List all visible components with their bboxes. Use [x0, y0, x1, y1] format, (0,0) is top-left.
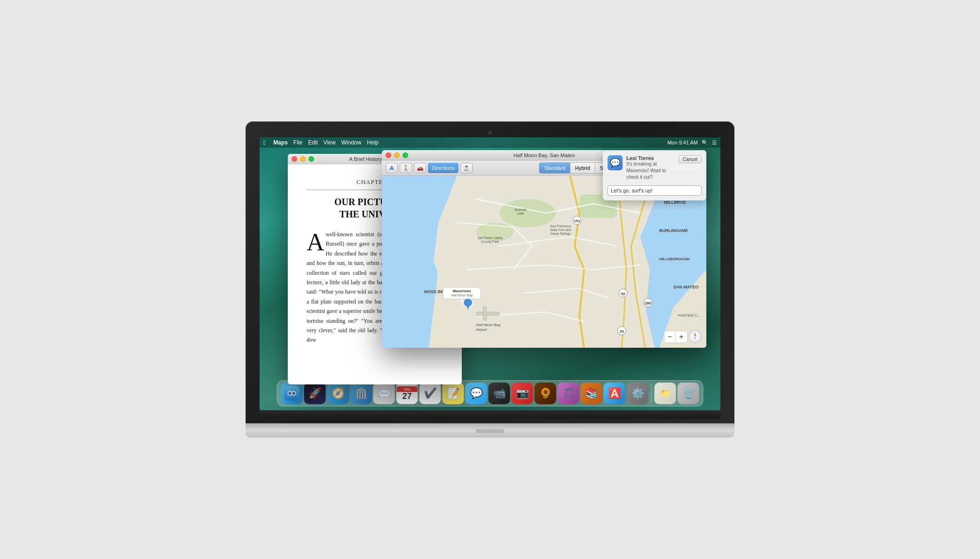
- menubar-right: Mon 9:41 AM 🔍 ☰: [667, 140, 717, 146]
- dock-icon-messages[interactable]: 💬: [466, 383, 487, 404]
- svg-text:Half Moon Bay: Half Moon Bay: [451, 294, 473, 297]
- dock-icon-finder[interactable]: [281, 383, 303, 404]
- macbook-body: [245, 427, 735, 438]
- svg-text:FOSTER C...: FOSTER C...: [678, 313, 700, 318]
- svg-text:Half Moon Bay: Half Moon Bay: [476, 323, 500, 327]
- bottom-bezel: [260, 410, 720, 419]
- map-area: 101 92 35 280: [382, 176, 706, 348]
- dock-icon-itunes[interactable]: 🎵: [558, 383, 579, 404]
- dock-icon-safari[interactable]: 🧭: [327, 383, 349, 404]
- menubar-menu-file[interactable]: File: [293, 139, 302, 146]
- apple-logo-icon[interactable]: : [263, 139, 266, 146]
- svg-text:State Fish and: State Fish and: [550, 228, 571, 232]
- maps-standard-tab[interactable]: Standard: [539, 163, 570, 173]
- directions-button[interactable]: Directions: [428, 163, 458, 173]
- svg-text:Mavericks: Mavericks: [453, 289, 471, 293]
- dock-icon-mail[interactable]: ✉️: [373, 383, 395, 404]
- maps-hybrid-tab[interactable]: Hybrid: [570, 163, 595, 173]
- svg-rect-18: [483, 306, 487, 320]
- svg-text:SAN MATEO: SAN MATEO: [673, 285, 698, 289]
- svg-text:San Francisco: San Francisco: [550, 224, 571, 228]
- screen-bezel:  Maps File Edit View Window Help Mon 9:…: [245, 121, 735, 423]
- dock-icon-ibooks[interactable]: 📚: [581, 383, 602, 404]
- dock-icon-reminders[interactable]: ✔️: [419, 383, 441, 404]
- macbook:  Maps File Edit View Window Help Mon 9:…: [245, 121, 735, 438]
- svg-text:Andreas: Andreas: [514, 208, 527, 211]
- svg-text:Lake: Lake: [517, 212, 524, 215]
- map-svg: 101 92 35 280: [382, 176, 706, 348]
- screen-area:  Maps File Edit View Window Help Mon 9:…: [260, 137, 720, 410]
- svg-point-46: [289, 392, 292, 395]
- menubar-app-name[interactable]: Maps: [273, 139, 288, 146]
- dock-separator: [651, 384, 652, 403]
- menubar-menu-help[interactable]: Help: [367, 139, 379, 146]
- maps-share-button[interactable]: [460, 163, 473, 173]
- map-zoom-out-button[interactable]: −: [664, 331, 676, 343]
- maps-close-button[interactable]: [386, 152, 391, 158]
- menubar:  Maps File Edit View Window Help Mon 9:…: [260, 137, 720, 148]
- macbook-hinge: [245, 423, 735, 427]
- svg-text:San Pedro Valley: San Pedro Valley: [477, 236, 503, 240]
- minimize-button[interactable]: [300, 156, 306, 162]
- svg-text:County Park: County Park: [481, 240, 499, 244]
- notification-reply-input[interactable]: [608, 185, 702, 196]
- map-zoom-controls: − +: [664, 331, 688, 343]
- svg-rect-17: [476, 312, 499, 316]
- svg-marker-0: [389, 166, 394, 170]
- close-button[interactable]: [292, 156, 297, 162]
- svg-text:92: 92: [621, 292, 625, 296]
- notification-content: Lexi Torres It's breaking at Mavericks! …: [626, 155, 675, 181]
- map-zoom-in-button[interactable]: +: [676, 331, 687, 343]
- notification-cancel-button[interactable]: Cancel: [679, 155, 702, 163]
- dock-icon-iphoto[interactable]: 🌻: [535, 383, 556, 404]
- maps-minimize-button[interactable]: [394, 152, 400, 158]
- maps-maximize-button[interactable]: [403, 152, 408, 158]
- notification-sender: Lexi Torres: [626, 155, 675, 161]
- menubar-menu-edit[interactable]: Edit: [308, 139, 318, 146]
- dock-icon-launchpad[interactable]: 🚀: [304, 383, 326, 404]
- svg-text:101: 101: [574, 219, 580, 223]
- notification-avatar-icon: 💬: [610, 158, 620, 168]
- maps-window-title: Half Moon Bay, San Mateo: [514, 152, 575, 158]
- svg-text:BURLINGAME: BURLINGAME: [659, 228, 688, 233]
- maps-drive-icon[interactable]: 🚗: [414, 163, 426, 173]
- notification-banner: 💬 Lexi Torres It's breaking at Mavericks…: [603, 151, 706, 200]
- svg-text:MILLBRAE: MILLBRAE: [664, 200, 686, 205]
- svg-text:Airport: Airport: [476, 327, 487, 332]
- traffic-lights: [292, 156, 314, 162]
- camera: [488, 131, 492, 135]
- dock-icon-appstore[interactable]: 🅰️: [604, 383, 625, 404]
- menubar-menu-window[interactable]: Window: [341, 139, 362, 146]
- dock-icon-sysprefs[interactable]: ⚙️: [627, 383, 648, 404]
- dock-icon-photobooth[interactable]: 📷: [512, 383, 533, 404]
- maps-standard-label: Standard: [544, 165, 565, 171]
- svg-text:280: 280: [645, 301, 651, 305]
- menubar-left:  Maps File Edit View Window Help: [263, 139, 667, 146]
- notification-message: It's breaking at Mavericks! Want to chec…: [626, 161, 675, 181]
- dock-icon-notes[interactable]: 📝: [443, 383, 464, 404]
- dock-icon-trash[interactable]: 🗑️: [678, 383, 699, 404]
- notification-avatar: 💬: [608, 155, 623, 170]
- svg-text:35: 35: [620, 329, 624, 334]
- menubar-menu-view[interactable]: View: [324, 139, 336, 146]
- dock-icon-mail-stamp[interactable]: 🏛️: [350, 383, 372, 404]
- map-compass[interactable]: [688, 330, 702, 343]
- svg-marker-41: [694, 333, 696, 336]
- menubar-clock: Mon 9:41 AM: [667, 140, 698, 145]
- maps-traffic-lights: [386, 152, 408, 158]
- directions-label: Directions: [432, 165, 455, 171]
- dock-icon-calendar[interactable]: THU 27: [396, 383, 418, 404]
- svg-text:HILLSBOROUGH: HILLSBOROUGH: [659, 257, 690, 261]
- drop-cap: A: [307, 232, 324, 252]
- maximize-button[interactable]: [308, 156, 314, 162]
- svg-point-47: [292, 392, 295, 395]
- maps-walk-icon[interactable]: 🚶: [400, 163, 412, 173]
- svg-marker-42: [694, 336, 696, 340]
- svg-text:Game Refuge: Game Refuge: [550, 232, 571, 236]
- menubar-list-icon[interactable]: ☰: [712, 140, 717, 146]
- maps-nav-icon[interactable]: [386, 163, 398, 173]
- maps-hybrid-label: Hybrid: [575, 165, 590, 171]
- dock-icon-documents[interactable]: 📁: [655, 383, 676, 404]
- menubar-search-icon[interactable]: 🔍: [702, 140, 708, 146]
- dock-icon-facetime[interactable]: 📹: [489, 383, 510, 404]
